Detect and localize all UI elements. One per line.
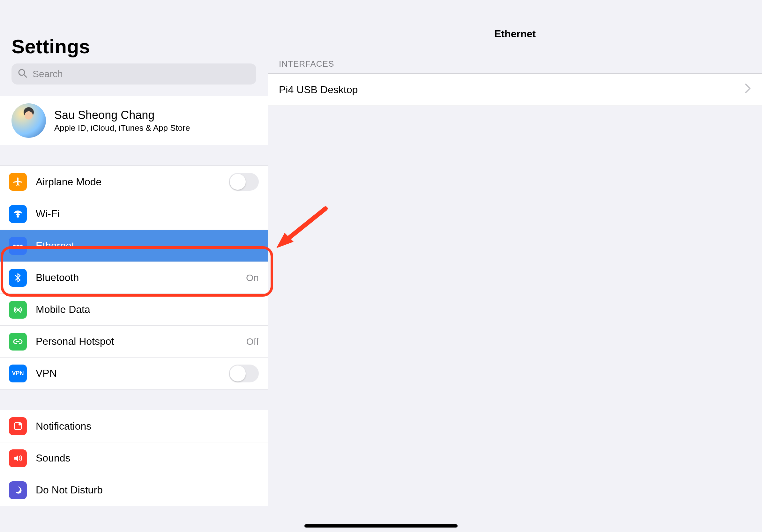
ethernet-label: Ethernet [36,240,259,252]
sidebar-item-do-not-disturb[interactable]: Do Not Disturb [0,474,268,506]
airplane-icon [9,173,27,191]
svg-point-15 [17,309,19,310]
interfaces-header: INTERFACES [268,59,762,73]
hotspot-value: Off [246,336,259,347]
svg-point-17 [19,423,21,426]
svg-line-8 [24,75,27,77]
dnd-label: Do Not Disturb [36,484,259,496]
sidebar-item-vpn[interactable]: VPN VPN [0,357,268,389]
antenna-icon [9,301,27,319]
sidebar-item-wifi[interactable]: Wi-Fi [0,198,268,230]
detail-pane: Ethernet INTERFACES Pi4 USB Desktop [268,0,762,532]
sidebar-item-bluetooth[interactable]: Bluetooth On [0,262,268,294]
notifications-icon [9,417,27,435]
speaker-icon [9,449,27,467]
settings-group-system: Notifications Sounds Do Not Disturb [0,410,268,506]
home-indicator[interactable] [304,524,458,528]
sidebar-item-airplane-mode[interactable]: Airplane Mode [0,166,268,198]
sidebar-item-ethernet[interactable]: Ethernet [0,230,268,262]
sounds-label: Sounds [36,452,259,464]
chevron-right-icon [745,83,751,96]
account-subtitle: Apple ID, iCloud, iTunes & App Store [54,123,190,133]
svg-point-9 [17,216,19,217]
interface-row[interactable]: Pi4 USB Desktop [268,74,762,105]
vpn-icon: VPN [9,365,27,382]
wifi-settings-icon [9,205,27,223]
bluetooth-value: On [246,272,259,283]
account-name: Sau Sheong Chang [54,108,190,122]
interfaces-group: Pi4 USB Desktop [268,73,762,106]
svg-point-11 [14,245,15,246]
link-icon [9,333,27,351]
bluetooth-label: Bluetooth [36,272,237,284]
moon-icon [9,481,27,499]
notifications-label: Notifications [36,420,259,432]
svg-point-10 [17,245,19,246]
vpn-toggle[interactable] [229,365,259,382]
sidebar-item-sounds[interactable]: Sounds [0,442,268,474]
svg-point-12 [21,245,22,246]
airplane-toggle[interactable] [229,173,259,191]
wifi-label: Wi-Fi [36,208,259,220]
hotspot-label: Personal Hotspot [36,336,237,347]
account-row[interactable]: Sau Sheong Chang Apple ID, iCloud, iTune… [0,96,268,145]
sidebar-item-personal-hotspot[interactable]: Personal Hotspot Off [0,325,268,357]
airplane-label: Airplane Mode [36,176,220,188]
search-field-wrap [12,63,256,85]
search-input[interactable] [12,63,256,85]
ethernet-icon [9,237,27,255]
avatar [12,103,46,138]
page-title: Settings [0,35,268,63]
mobile-data-label: Mobile Data [36,303,259,315]
sidebar-item-mobile-data[interactable]: Mobile Data [0,294,268,325]
settings-group-network: Airplane Mode Wi-Fi Ethernet Blueto [0,166,268,389]
sidebar-item-notifications[interactable]: Notifications [0,410,268,442]
detail-title: Ethernet [268,19,762,59]
sidebar: Settings Sau Sheong Chang Apple ID, iClo… [0,0,268,532]
vpn-label: VPN [36,367,220,379]
bluetooth-icon [9,269,27,287]
interface-name: Pi4 USB Desktop [279,84,358,96]
search-icon [18,69,28,79]
